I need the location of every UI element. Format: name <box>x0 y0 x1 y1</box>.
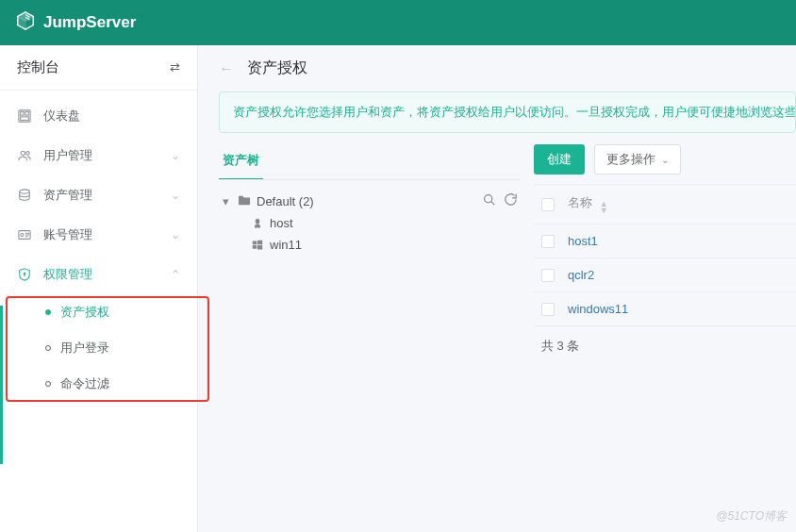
sidebar-header: 控制台 ⇄ <box>0 45 197 91</box>
tree-tab-label: 资产树 <box>223 153 259 167</box>
sidebar-item-users[interactable]: 用户管理 ⌄ <box>0 136 197 175</box>
svg-point-5 <box>26 152 30 156</box>
tree-node-label: win11 <box>270 238 302 252</box>
row-checkbox[interactable] <box>541 303 555 316</box>
column-name-label: 名称 <box>568 195 592 209</box>
tree-tab[interactable]: 资产树 <box>219 144 263 180</box>
table-row: host1 <box>534 224 796 258</box>
select-all-checkbox[interactable] <box>541 198 555 211</box>
tree-root[interactable]: ▾ Default (2) <box>219 190 521 212</box>
row-name-link[interactable]: host1 <box>568 234 788 248</box>
sidebar: 控制台 ⇄ 仪表盘 用户管理 ⌄ 资产管理 <box>0 45 198 532</box>
sidebar-subitem-label: 用户登录 <box>60 340 109 357</box>
permissions-table: 名称 ▲▼ host1 qclr2 <box>534 184 796 326</box>
logo-icon <box>15 10 36 36</box>
svg-rect-14 <box>253 245 257 249</box>
svg-point-8 <box>21 233 24 236</box>
row-checkbox[interactable] <box>541 235 555 248</box>
content: ← 资产授权 资产授权允许您选择用户和资产，将资产授权给用户以便访问。一旦授权完… <box>198 45 796 532</box>
svg-rect-1 <box>21 112 25 116</box>
windows-icon <box>251 240 264 251</box>
create-button[interactable]: 创建 <box>534 144 585 175</box>
back-icon[interactable]: ← <box>219 60 234 77</box>
tree-node-win11[interactable]: win11 <box>219 234 521 256</box>
table-header: 名称 ▲▼ <box>534 185 796 224</box>
tree-root-label: Default (2) <box>257 194 314 208</box>
svg-rect-13 <box>257 240 262 244</box>
sidebar-item-label: 账号管理 <box>43 226 159 243</box>
asset-tree-panel: 资产树 ▾ Default (2) <box>219 144 521 532</box>
divider <box>219 179 521 180</box>
sidebar-menu: 仪表盘 用户管理 ⌄ 资产管理 ⌄ 账号管理 <box>0 91 197 407</box>
linux-icon <box>251 218 264 229</box>
row-name-link[interactable]: qclr2 <box>568 268 788 282</box>
swap-icon[interactable]: ⇄ <box>170 60 180 75</box>
users-icon <box>17 149 32 162</box>
svg-rect-15 <box>257 245 262 250</box>
svg-point-10 <box>485 195 492 203</box>
tree-collapse-icon[interactable]: ▾ <box>223 194 232 208</box>
svg-point-6 <box>20 190 30 193</box>
sidebar-subitem-label: 资产授权 <box>60 304 109 321</box>
sidebar-item-permissions[interactable]: 权限管理 ⌃ <box>0 255 197 294</box>
sidebar-subitem-command-filter[interactable]: 命令过滤 <box>0 366 197 402</box>
sidebar-subitem-user-login[interactable]: 用户登录 <box>0 330 197 366</box>
more-actions-button[interactable]: 更多操作 ⌄ <box>594 144 681 175</box>
sort-icon[interactable]: ▲▼ <box>600 201 608 214</box>
svg-point-4 <box>21 151 25 155</box>
sidebar-submenu-permissions: 资产授权 用户登录 命令过滤 <box>0 294 197 402</box>
info-banner-text: 资产授权允许您选择用户和资产，将资产授权给用户以便访问。一旦授权完成，用户便可便… <box>233 105 796 119</box>
brand-text: JumpServer <box>43 13 136 32</box>
svg-rect-2 <box>25 112 29 116</box>
more-actions-label: 更多操作 <box>606 151 655 168</box>
sidebar-item-dashboard[interactable]: 仪表盘 <box>0 96 197 136</box>
accounts-icon <box>17 228 32 241</box>
chevron-down-icon: ⌄ <box>171 149 180 162</box>
asset-tree: ▾ Default (2) <box>219 190 521 256</box>
toolbar: 创建 更多操作 ⌄ <box>534 144 796 184</box>
sidebar-title: 控制台 <box>17 58 59 76</box>
table-row: qclr2 <box>534 258 796 292</box>
chevron-down-icon: ⌄ <box>661 155 669 165</box>
dashboard-icon <box>17 109 32 123</box>
sidebar-item-assets[interactable]: 资产管理 ⌄ <box>0 175 197 215</box>
bullet-icon <box>45 345 51 351</box>
bullet-icon <box>45 381 51 387</box>
tree-node-host[interactable]: host <box>219 212 521 234</box>
sidebar-item-label: 用户管理 <box>43 147 159 164</box>
chevron-down-icon: ⌄ <box>171 189 180 202</box>
refresh-icon[interactable] <box>505 193 517 208</box>
brand[interactable]: JumpServer <box>15 10 136 36</box>
bullet-icon <box>45 309 51 315</box>
sidebar-subitem-asset-perm[interactable]: 资产授权 <box>0 294 197 330</box>
svg-point-9 <box>24 273 25 274</box>
chevron-up-icon: ⌃ <box>171 268 180 281</box>
page-title: 资产授权 <box>247 58 307 78</box>
sidebar-item-accounts[interactable]: 账号管理 ⌄ <box>0 215 197 255</box>
create-button-label: 创建 <box>547 152 572 166</box>
info-banner: 资产授权允许您选择用户和资产，将资产授权给用户以便访问。一旦授权完成，用户便可便… <box>219 91 796 133</box>
column-name[interactable]: 名称 ▲▼ <box>568 194 788 214</box>
search-icon[interactable] <box>483 193 495 208</box>
assets-icon <box>17 189 32 202</box>
page-header: ← 资产授权 <box>198 58 796 91</box>
tree-node-label: host <box>270 216 293 230</box>
folder-icon <box>238 194 251 208</box>
row-count-label: 共 3 条 <box>541 339 579 353</box>
permission-list-panel: 创建 更多操作 ⌄ 名称 ▲▼ <box>534 144 796 532</box>
sidebar-item-label: 资产管理 <box>43 187 159 204</box>
svg-rect-12 <box>253 241 257 244</box>
sidebar-subitem-label: 命令过滤 <box>60 375 109 392</box>
watermark: @51CTO博客 <box>716 508 787 524</box>
row-checkbox[interactable] <box>541 269 555 282</box>
svg-rect-3 <box>21 117 29 121</box>
sidebar-item-label: 权限管理 <box>43 266 159 283</box>
row-name-link[interactable]: windows11 <box>568 302 788 316</box>
table-row: windows11 <box>534 292 796 326</box>
table-footer: 共 3 条 <box>534 326 796 366</box>
chevron-down-icon: ⌄ <box>171 228 180 241</box>
topbar: JumpServer <box>0 0 796 45</box>
sidebar-item-label: 仪表盘 <box>43 108 180 125</box>
shield-icon <box>17 268 32 281</box>
sidebar-active-indicator <box>0 306 3 464</box>
